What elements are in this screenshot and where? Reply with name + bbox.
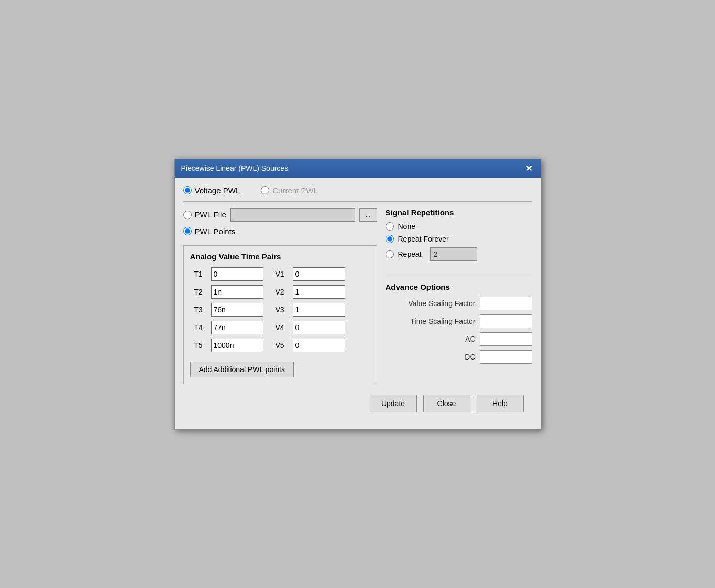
dc-label: DC [465, 353, 475, 361]
point-row: T2 V2 [190, 285, 370, 299]
dialog-body: Voltage PWL Current PWL PWL File ... [175, 178, 541, 429]
value-scaling-row: Value Scaling Factor [386, 297, 532, 310]
repeat-radio[interactable] [386, 250, 394, 258]
t-input-1[interactable] [211, 267, 263, 281]
v-input-2[interactable] [293, 285, 345, 299]
time-scaling-label: Time Scaling Factor [411, 317, 476, 325]
help-button[interactable]: Help [477, 395, 524, 412]
point-row: T4 V4 [190, 321, 370, 334]
t-label-4: T4 [190, 323, 203, 332]
dc-input[interactable] [480, 350, 532, 364]
repeat-count-input[interactable] [430, 247, 477, 261]
none-label[interactable]: None [398, 222, 415, 231]
bottom-buttons: Update Close Help [183, 384, 532, 421]
analog-pairs-group: Analog Value Time Pairs T1 V1 T2 V2 T3 V… [183, 245, 377, 384]
point-row: T3 V3 [190, 303, 370, 317]
ac-input[interactable] [480, 332, 532, 346]
t-input-2[interactable] [211, 285, 263, 299]
close-button[interactable]: Close [423, 395, 470, 412]
signal-repetitions-title: Signal Repetitions [386, 208, 532, 217]
time-scaling-input[interactable] [480, 314, 532, 328]
left-panel: PWL File ... PWL Points Analog Value Tim… [183, 208, 377, 384]
update-button[interactable]: Update [370, 395, 417, 412]
pwl-points-label: PWL Points [195, 227, 236, 236]
signal-repetitions: Signal Repetitions None Repeat Forever R… [386, 208, 532, 274]
v-input-4[interactable] [293, 321, 345, 334]
pwl-file-input[interactable] [230, 208, 355, 222]
ac-label: AC [465, 335, 475, 343]
repeat-forever-radio[interactable] [386, 235, 394, 243]
point-rows-container: T1 V1 T2 V2 T3 V3 T4 V4 T5 V5 [190, 267, 370, 352]
current-pwl-option[interactable]: Current PWL [261, 186, 318, 195]
pwl-points-radio[interactable] [183, 227, 192, 235]
pwl-points-row: PWL Points [183, 227, 377, 236]
v-input-5[interactable] [293, 339, 345, 352]
voltage-pwl-label: Voltage PWL [195, 186, 240, 195]
pwl-file-label: PWL File [195, 210, 226, 219]
repeat-forever-label[interactable]: Repeat Forever [398, 235, 449, 243]
title-bar: Piecewise Linear (PWL) Sources ✕ [175, 159, 541, 178]
v-label-5: V5 [272, 341, 284, 350]
none-option: None [386, 222, 532, 231]
pwl-points-option[interactable]: PWL Points [183, 227, 236, 236]
t-label-5: T5 [190, 341, 203, 350]
close-window-button[interactable]: ✕ [523, 164, 534, 173]
t-label-1: T1 [190, 270, 203, 278]
advance-options: Advance Options Value Scaling Factor Tim… [386, 282, 532, 368]
pwl-file-option[interactable]: PWL File [183, 210, 226, 219]
t-input-4[interactable] [211, 321, 263, 334]
pwl-file-radio[interactable] [183, 211, 192, 219]
point-row: T5 V5 [190, 339, 370, 352]
voltage-pwl-radio[interactable] [183, 186, 192, 194]
pwl-file-row: PWL File ... [183, 208, 377, 222]
point-row: T1 V1 [190, 267, 370, 281]
t-label-3: T3 [190, 306, 203, 314]
v-input-3[interactable] [293, 303, 345, 317]
source-type-row: Voltage PWL Current PWL [183, 186, 532, 202]
repeat-forever-option: Repeat Forever [386, 235, 532, 243]
dialog-title: Piecewise Linear (PWL) Sources [181, 164, 289, 172]
v-label-3: V3 [272, 306, 284, 314]
value-scaling-label: Value Scaling Factor [408, 299, 475, 308]
repeat-option: Repeat [386, 247, 532, 261]
value-scaling-input[interactable] [480, 297, 532, 310]
ac-row: AC [386, 332, 532, 346]
analog-pairs-title: Analog Value Time Pairs [190, 252, 370, 261]
current-pwl-label: Current PWL [272, 186, 318, 195]
v-label-1: V1 [272, 270, 284, 278]
dc-row: DC [386, 350, 532, 364]
v-label-4: V4 [272, 323, 284, 332]
browse-button[interactable]: ... [359, 208, 377, 222]
main-content: PWL File ... PWL Points Analog Value Tim… [183, 208, 532, 384]
pwl-dialog: Piecewise Linear (PWL) Sources ✕ Voltage… [174, 159, 541, 430]
v-input-1[interactable] [293, 267, 345, 281]
t-input-5[interactable] [211, 339, 263, 352]
t-input-3[interactable] [211, 303, 263, 317]
none-radio[interactable] [386, 222, 394, 231]
advance-options-title: Advance Options [386, 282, 532, 291]
voltage-pwl-option[interactable]: Voltage PWL [183, 186, 240, 195]
v-label-2: V2 [272, 288, 284, 296]
repeat-label[interactable]: Repeat [398, 250, 422, 258]
t-label-2: T2 [190, 288, 203, 296]
add-pwl-points-button[interactable]: Add Additional PWL points [190, 362, 294, 377]
right-panel: Signal Repetitions None Repeat Forever R… [386, 208, 532, 384]
current-pwl-radio[interactable] [261, 186, 269, 194]
time-scaling-row: Time Scaling Factor [386, 314, 532, 328]
